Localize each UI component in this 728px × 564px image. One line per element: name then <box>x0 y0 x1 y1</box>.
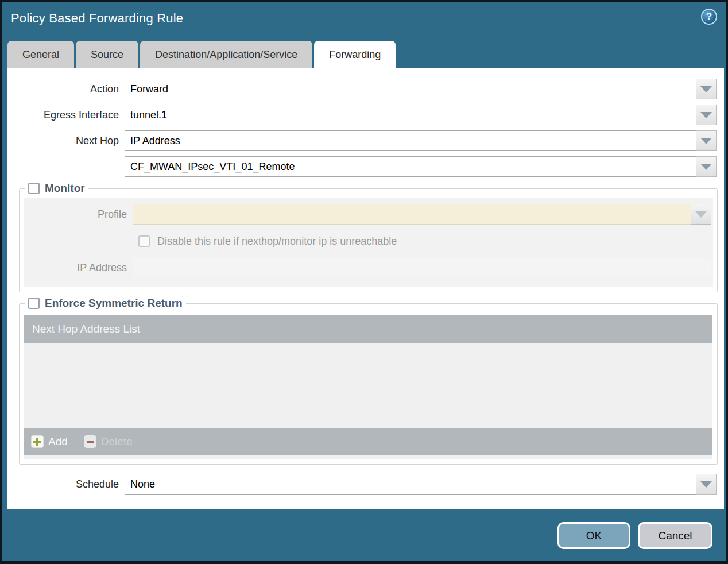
help-icon[interactable]: ? <box>701 9 717 25</box>
pbf-rule-dialog: Policy Based Forwarding Rule ? General S… <box>0 0 728 564</box>
symmetric-return-legend: Enforce Symmetric Return <box>25 297 186 310</box>
next-hop-address-row: CF_MWAN_IPsec_VTI_01_Remote <box>7 156 717 177</box>
cancel-button[interactable]: Cancel <box>638 522 712 549</box>
chevron-down-icon <box>700 481 712 488</box>
add-plus-icon <box>31 435 44 448</box>
tab-forwarding[interactable]: Forwarding <box>314 41 396 68</box>
egress-interface-dropdown-button[interactable] <box>696 105 717 125</box>
monitor-ip-address-row: IP Address <box>25 257 711 278</box>
chevron-down-icon <box>695 211 707 218</box>
next-hop-type-value[interactable]: IP Address <box>125 130 696 151</box>
next-hop-address-list-toolbar: Add Delete <box>24 428 712 455</box>
next-hop-address-list-table: Next Hop Address List Add Delete <box>24 315 712 459</box>
profile-label: Profile <box>25 204 133 225</box>
tab-bar: General Source Destination/Application/S… <box>7 41 396 68</box>
next-hop-type-dropdown-button[interactable] <box>696 130 717 151</box>
monitor-ip-address-input <box>133 258 711 277</box>
tab-panel-forwarding: Action Forward Egress Interface tunnel.1… <box>7 68 724 509</box>
tab-destination-application-service[interactable]: Destination/Application/Service <box>140 41 312 68</box>
tab-source[interactable]: Source <box>76 41 138 68</box>
monitor-checkbox[interactable] <box>28 183 40 194</box>
next-hop-address-spacer <box>7 156 125 177</box>
egress-interface-dropdown: tunnel.1 <box>125 105 717 125</box>
next-hop-address-value[interactable]: CF_MWAN_IPsec_VTI_01_Remote <box>125 156 696 177</box>
disable-rule-row: Disable this rule if nexthop/monitor ip … <box>138 233 711 249</box>
symmetric-return-fieldset: Enforce Symmetric Return Next Hop Addres… <box>19 297 718 465</box>
delete-button-label: Delete <box>101 435 133 448</box>
chevron-down-icon <box>700 138 712 144</box>
profile-dropdown <box>133 204 711 225</box>
monitor-disabled-panel: Profile Disable this rule if nexthop/mon… <box>24 198 713 287</box>
monitor-legend: Monitor <box>25 182 88 195</box>
monitor-legend-label: Monitor <box>45 182 85 195</box>
next-hop-row: Next Hop IP Address <box>7 130 717 151</box>
monitor-fieldset: Monitor Profile Disable this rule if nex… <box>19 182 718 292</box>
egress-interface-row: Egress Interface tunnel.1 <box>7 105 717 125</box>
next-hop-type-dropdown: IP Address <box>125 130 717 151</box>
disable-rule-label: Disable this rule if nexthop/monitor ip … <box>157 235 397 248</box>
add-button[interactable]: Add <box>31 435 68 448</box>
next-hop-address-list-body <box>24 343 712 428</box>
schedule-dropdown: None <box>125 474 717 495</box>
profile-value <box>133 204 691 225</box>
action-dropdown-button[interactable] <box>696 79 717 99</box>
egress-interface-value[interactable]: tunnel.1 <box>125 105 696 125</box>
action-row: Action Forward <box>7 79 717 99</box>
disable-rule-checkbox <box>138 235 150 247</box>
chevron-down-icon <box>700 112 712 118</box>
next-hop-address-dropdown: CF_MWAN_IPsec_VTI_01_Remote <box>125 156 717 177</box>
next-hop-label: Next Hop <box>7 130 125 151</box>
dialog-footer: OK Cancel <box>557 522 712 549</box>
dialog-title: Policy Based Forwarding Rule <box>11 11 183 26</box>
next-hop-address-list-header: Next Hop Address List <box>24 315 712 343</box>
profile-row: Profile <box>25 204 711 225</box>
tab-general[interactable]: General <box>7 41 74 68</box>
ok-button[interactable]: OK <box>557 522 630 549</box>
symmetric-return-legend-label: Enforce Symmetric Return <box>45 297 183 310</box>
schedule-dropdown-button[interactable] <box>696 474 717 495</box>
action-value[interactable]: Forward <box>125 79 696 99</box>
chevron-down-icon <box>700 86 712 92</box>
profile-dropdown-button <box>691 204 711 225</box>
add-button-label: Add <box>48 435 68 448</box>
chevron-down-icon <box>700 164 712 170</box>
symmetric-return-checkbox[interactable] <box>28 298 40 309</box>
schedule-value[interactable]: None <box>125 474 696 495</box>
next-hop-address-dropdown-button[interactable] <box>696 156 717 177</box>
schedule-row: Schedule None <box>7 474 717 495</box>
egress-interface-label: Egress Interface <box>7 105 125 125</box>
delete-minus-icon <box>84 435 96 448</box>
schedule-label: Schedule <box>7 474 125 495</box>
delete-button: Delete <box>84 435 133 448</box>
action-dropdown: Forward <box>125 79 717 99</box>
action-label: Action <box>7 79 125 99</box>
monitor-ip-address-label: IP Address <box>25 257 133 278</box>
table-bottom-strip <box>24 455 712 459</box>
